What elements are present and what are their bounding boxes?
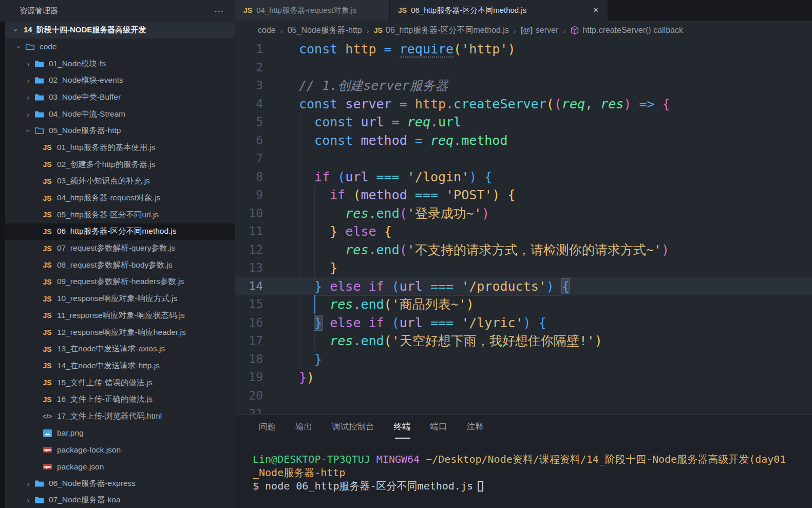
npm-icon: npm (43, 445, 52, 454)
tree-item-package-lock.json[interactable]: npmpackage-lock.json (5, 442, 235, 459)
close-icon[interactable]: × (592, 5, 599, 15)
token-kwp: if (369, 315, 384, 330)
token-plain (376, 224, 384, 239)
code-line-content: // 1.创建server服务器 (277, 77, 812, 95)
more-actions-icon[interactable]: ⋯ (214, 6, 225, 16)
code-line-9[interactable]: 9 if (method === 'POST') { (235, 186, 812, 204)
code-line-5[interactable]: 5 const url = req.url (235, 113, 812, 131)
code-line-11[interactable]: 11 } else { (235, 222, 812, 241)
npm-file-icon: npm (41, 462, 53, 471)
tree-item-label: 02_创建多个http的服务器.js (57, 159, 155, 170)
tree-item-02_创建多个http的服务器.js[interactable]: JS02_创建多个http的服务器.js (5, 156, 235, 173)
tree-item-label: package-lock.json (57, 445, 121, 455)
breadcrumb-item-1[interactable]: code (258, 26, 276, 35)
tree-item-05_http服务器-区分不同url.js[interactable]: JS05_http服务器-区分不同url.js (5, 206, 235, 223)
code-line-8[interactable]: 8 if (url === '/login') { (235, 168, 812, 186)
token-plain (407, 133, 415, 148)
token-plain (299, 242, 345, 257)
code-line-17[interactable]: 17 res.end('天空好想下雨，我好想住你隔壁!') (235, 332, 812, 350)
token-kw: const (314, 115, 353, 129)
tree-item-16_文件上传-正确的做法.js[interactable]: JS16_文件上传-正确的做法.js (5, 391, 235, 408)
token-fn: end (361, 297, 384, 312)
token-pun: . (368, 206, 376, 221)
tree-item-07_request参数解析-query参数.js[interactable]: JS07_request参数解析-query参数.js (5, 240, 235, 257)
tree-item-13_在node中发送请求-axios.js[interactable]: JS13_在node中发送请求-axios.js (5, 341, 235, 358)
tree-item-04_http服务器-request对象.js[interactable]: JS04_http服务器-request对象.js (5, 190, 235, 206)
indent-guide (314, 241, 315, 259)
token-b1: { (384, 224, 392, 239)
line-number: 16 (235, 314, 277, 332)
code-line-20[interactable]: 20 (235, 387, 812, 405)
tree-item-03_额外小知识点的补充.js[interactable]: JS03_额外小知识点的补充.js (5, 173, 235, 190)
token-pun: . (430, 115, 438, 129)
tree-item-code[interactable]: ›code (5, 39, 235, 55)
token-plain (337, 42, 345, 57)
tree-item-label: 05_http服务器-区分不同url.js (57, 210, 159, 220)
line-number: 15 (235, 295, 277, 314)
breadcrumb-item-4[interactable]: [@]server (521, 26, 558, 35)
breadcrumb-item-5[interactable]: http.createServer() callback (570, 26, 683, 35)
tree-item-08_request参数解析-body参数.js[interactable]: JS08_request参数解析-body参数.js (5, 257, 235, 274)
tree-item-03_Node中类-Buffer[interactable]: ›03_Node中类-Buffer (5, 89, 235, 106)
code-line-2[interactable]: 2 (235, 59, 812, 77)
editor-tab-2[interactable]: JS06_http服务器-区分不同method.js× (390, 0, 608, 21)
panel-tab-2[interactable]: 输出 (295, 418, 312, 436)
tree-item-bar.png[interactable]: bar.png (5, 425, 235, 442)
code-line-15[interactable]: 15 res.end('商品列表~') (235, 295, 812, 314)
js-file-icon: JS (243, 6, 252, 14)
code-line-10[interactable]: 10 res.end('登录成功~') (235, 204, 812, 223)
code-line-13[interactable]: 13 } (235, 259, 812, 277)
tree-item-06_Node服务器-express[interactable]: ›06_Node服务器-express (5, 475, 235, 492)
breadcrumb-item-3[interactable]: JS06_http服务器-区分不同method.js (374, 25, 509, 36)
tree-item-05_Node服务器-http[interactable]: ›05_Node服务器-http (5, 122, 235, 139)
tree-item-04_Node中流-Stream[interactable]: ›04_Node中流-Stream (5, 106, 235, 123)
tree-item-17_文件上传-浏览器代码.html[interactable]: </>17_文件上传-浏览器代码.html (5, 408, 235, 425)
svg-text:npm: npm (44, 465, 51, 469)
code-line-21[interactable]: 21 (235, 405, 812, 414)
tree-item-06_http服务器-区分不同method.js[interactable]: JS06_http服务器-区分不同method.js (5, 223, 235, 240)
tree-item-15_文件上传-错误的做法.js[interactable]: JS15_文件上传-错误的做法.js (5, 374, 235, 391)
tree-item-14_在node中发送请求-http.js[interactable]: JS14_在node中发送请求-http.js (5, 358, 235, 374)
js-file-icon: JS (41, 261, 53, 269)
workspace-section-header[interactable]: › 14_阶段十四-NODE服务器高级开发 (5, 22, 235, 39)
token-pun: . (353, 297, 361, 312)
tree-item-package.json[interactable]: npmpackage.json (5, 458, 235, 475)
tree-item-09_request参数解析-headers参数.js[interactable]: JS09_request参数解析-headers参数.js (5, 274, 235, 291)
tree-item-07_Node服务器-koa[interactable]: ›07_Node服务器-koa (5, 492, 235, 508)
code-line-19[interactable]: 19}) (235, 368, 812, 387)
panel-tab-3[interactable]: 调试控制台 (332, 418, 374, 436)
breadcrumb-item-2[interactable]: 05_Node服务器-http (288, 25, 362, 36)
code-line-4[interactable]: 4const server = http.createServer((req, … (235, 95, 812, 114)
js-file-icon: JS (41, 295, 53, 303)
code-line-16[interactable]: 16 } else if (url === '/lyric') { (235, 314, 812, 332)
code-line-6[interactable]: 6 const method = req.method (235, 131, 812, 150)
panel-tab-4[interactable]: 终端 (394, 418, 411, 436)
tree-item-11_response响应对象-响应状态码.js[interactable]: JS11_response响应对象-响应状态码.js (5, 307, 235, 324)
tree-item-label: package.json (57, 462, 104, 472)
tree-item-01_Node模块-fs[interactable]: ›01_Node模块-fs (5, 55, 235, 72)
panel-tab-6[interactable]: 注释 (467, 418, 484, 436)
breadcrumb-label: http.createServer() callback (582, 26, 683, 35)
tree-item-12_response响应对象-响应header.js[interactable]: JS12_response响应对象-响应header.js (5, 324, 235, 341)
token-plain (423, 133, 430, 148)
code-line-1[interactable]: 1const http = require('http') (235, 40, 812, 59)
code-line-14[interactable]: 14 } else if (url === '/products') { (235, 277, 812, 296)
js-file-icon: JS (41, 143, 53, 152)
code-line-12[interactable]: 12 res.end('不支持的请求方式，请检测你的请求方式~') (235, 241, 812, 259)
panel-tab-5[interactable]: 端口 (430, 418, 447, 436)
terminal[interactable]: Lin@DESKTOP-TP3QTUJ MINGW64 ~/Desktop/No… (235, 439, 812, 493)
code-line-18[interactable]: 18 } (235, 350, 812, 369)
code-line-content: res.end('商品列表~') (277, 295, 812, 314)
tree-item-02_Node模块-events[interactable]: ›02_Node模块-events (5, 72, 235, 89)
code-line-3[interactable]: 3// 1.创建server服务器 (235, 77, 812, 95)
chevron-right-icon: › (24, 76, 33, 85)
tree-item-01_http服务器的基本使用.js[interactable]: JS01_http服务器的基本使用.js (5, 139, 235, 156)
code-line-7[interactable]: 7 (235, 149, 812, 168)
panel-tab-1[interactable]: 问题 (259, 418, 276, 436)
code-line-content: }) (277, 368, 812, 387)
tree-item-10_response响应对象-响应方式.js[interactable]: JS10_response响应对象-响应方式.js (5, 290, 235, 307)
indent-guide (299, 350, 299, 369)
editor-tab-1[interactable]: JS04_http服务器-request对象.js (235, 0, 389, 21)
token-b3: { (562, 279, 570, 294)
code-editor[interactable]: 1const http = require('http')23// 1.创建se… (235, 40, 812, 414)
